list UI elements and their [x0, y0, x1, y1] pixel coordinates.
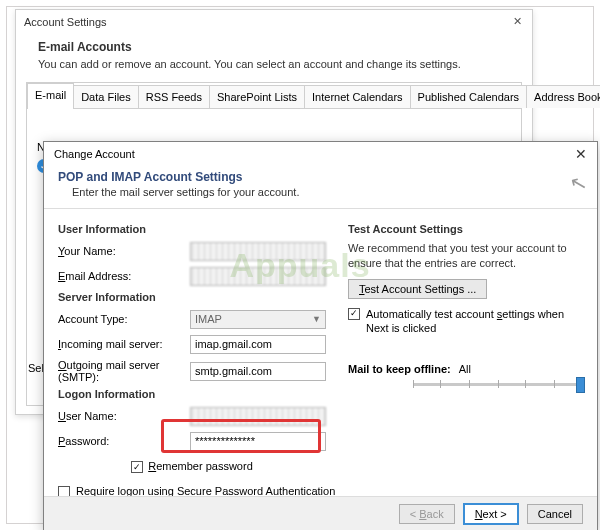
password-label: Password:: [58, 435, 190, 447]
test-account-settings-button[interactable]: Test Account Settings ...: [348, 279, 487, 299]
tab-strip: E-mail Data Files RSS Feeds SharePoint L…: [27, 83, 521, 109]
account-type-value: IMAP: [195, 313, 222, 325]
tab-published-calendars[interactable]: Published Calendars: [410, 85, 528, 108]
auto-test-checkbox[interactable]: [348, 308, 360, 320]
account-settings-header: E-mail Accounts You can add or remove an…: [16, 34, 532, 82]
remember-password-row[interactable]: Remember password: [125, 458, 259, 475]
mail-offline-value: All: [459, 363, 471, 375]
email-accounts-desc: You can add or remove an account. You ca…: [38, 58, 516, 70]
cancel-button[interactable]: Cancel: [527, 504, 583, 524]
test-settings-heading: Test Account Settings: [348, 223, 583, 235]
mail-offline-label: Mail to keep offline:: [348, 363, 451, 375]
back-button: < Back: [399, 504, 455, 524]
change-account-title: Change Account: [54, 148, 135, 160]
change-account-titlebar: Change Account ✕: [44, 142, 597, 166]
account-settings-titlebar: Account Settings ✕: [16, 10, 532, 34]
account-type-label: Account Type:: [58, 313, 190, 325]
account-settings-title: Account Settings: [24, 16, 107, 28]
outgoing-server-input[interactable]: [190, 362, 326, 381]
incoming-server-input[interactable]: [190, 335, 326, 354]
tab-address-books[interactable]: Address Books: [526, 85, 600, 108]
left-column: User Information Your Name: Email Addres…: [58, 219, 326, 481]
password-input[interactable]: [190, 432, 326, 451]
pop-imap-desc: Enter the mail server settings for your …: [58, 186, 583, 198]
auto-test-row[interactable]: Automatically test account settings when…: [348, 307, 583, 336]
close-icon[interactable]: ✕: [575, 146, 587, 162]
account-type-select: IMAP ▼: [190, 310, 326, 329]
email-address-label: Email Address:: [58, 270, 190, 282]
right-column: Test Account Settings We recommend that …: [348, 219, 583, 481]
change-account-dialog: Change Account ✕ POP and IMAP Account Se…: [43, 141, 598, 530]
test-settings-desc: We recommend that you test your account …: [348, 241, 583, 271]
user-name-input[interactable]: [190, 407, 326, 426]
tab-rss-feeds[interactable]: RSS Feeds: [138, 85, 210, 108]
slider-thumb[interactable]: [576, 377, 585, 393]
incoming-server-label: Incoming mail server:: [58, 338, 190, 350]
tab-sharepoint-lists[interactable]: SharePoint Lists: [209, 85, 305, 108]
chevron-down-icon: ▼: [312, 314, 321, 324]
remember-password-label: Remember password: [148, 460, 253, 472]
remember-password-checkbox[interactable]: [131, 461, 143, 473]
tab-data-files[interactable]: Data Files: [73, 85, 139, 108]
your-name-label: Your Name:: [58, 245, 190, 257]
logon-info-heading: Logon Information: [58, 388, 326, 400]
user-info-heading: User Information: [58, 223, 326, 235]
page-frame: Account Settings ✕ E-mail Accounts You c…: [6, 6, 594, 524]
server-info-heading: Server Information: [58, 291, 326, 303]
mail-offline-slider[interactable]: [413, 375, 583, 393]
mail-offline-row: Mail to keep offline: All: [348, 363, 583, 375]
user-name-label: User Name:: [58, 410, 190, 422]
email-address-input[interactable]: [190, 267, 326, 286]
your-name-input[interactable]: [190, 242, 326, 261]
tab-email[interactable]: E-mail: [27, 83, 74, 108]
close-icon[interactable]: ✕: [510, 15, 524, 29]
pop-imap-title: POP and IMAP Account Settings: [58, 170, 583, 184]
wizard-button-bar: < Back Next > Cancel: [44, 496, 597, 530]
tab-internet-calendars[interactable]: Internet Calendars: [304, 85, 411, 108]
change-account-body: User Information Your Name: Email Addres…: [44, 209, 597, 481]
outgoing-server-label: Outgoing mail server (SMTP):: [58, 359, 190, 383]
auto-test-label: Automatically test account settings when…: [366, 307, 583, 336]
change-account-header: POP and IMAP Account Settings Enter the …: [44, 166, 597, 209]
next-button[interactable]: Next >: [463, 503, 519, 525]
email-accounts-heading: E-mail Accounts: [38, 40, 516, 54]
